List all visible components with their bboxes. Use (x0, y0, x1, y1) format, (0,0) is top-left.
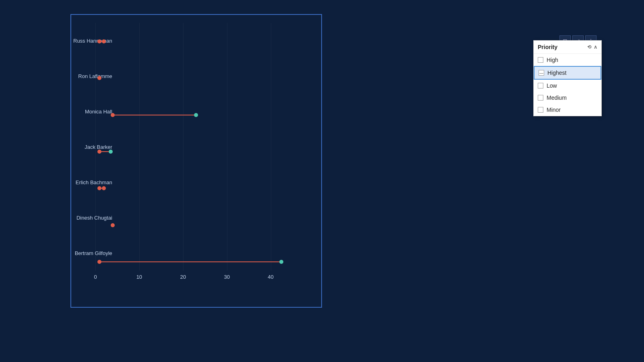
dot-row (95, 150, 313, 154)
filter-checkbox[interactable] (538, 107, 543, 113)
chart-plot (95, 23, 313, 271)
dot-start (97, 76, 101, 80)
dot-start (111, 113, 115, 117)
x-tick: 0 (94, 274, 97, 280)
range-line (113, 115, 196, 115)
filter-checkbox[interactable] (539, 70, 544, 76)
dot-start (97, 150, 101, 154)
dot-end (194, 113, 198, 117)
filter-header: Priority ⟲ ∧ (534, 41, 601, 54)
filter-label: Highest (547, 70, 566, 76)
grid-line (95, 23, 96, 271)
filter-label: Low (547, 82, 557, 89)
dot-end (109, 150, 113, 154)
grid-line (271, 23, 271, 271)
dot-start (97, 39, 101, 43)
filter-checkbox[interactable] (538, 95, 543, 101)
grid-line (183, 23, 184, 271)
filter-item-low[interactable]: Low (534, 80, 601, 92)
filter-checkbox[interactable] (538, 83, 543, 88)
dot-end (102, 186, 106, 190)
dot-end (279, 260, 283, 264)
x-tick: 10 (136, 274, 142, 280)
filter-panel: Priority ⟲ ∧ HighHighestLowMediumMinor (533, 40, 602, 116)
grid-line (227, 23, 227, 271)
filter-item-highest[interactable]: Highest (534, 66, 601, 80)
x-tick: 30 (224, 274, 229, 280)
dot-row (95, 260, 313, 264)
dot-row (95, 39, 313, 43)
x-axis: 010203040 (95, 271, 313, 287)
dot-end (102, 39, 106, 43)
filter-title: Priority (538, 44, 557, 50)
dot-row (95, 186, 313, 190)
dot-start (111, 223, 115, 227)
filter-reset-icon[interactable]: ⟲ (587, 44, 591, 50)
chart-inner: Russ HannemanRon LaflammeMonica HallJack… (95, 23, 313, 287)
filter-label: High (547, 57, 558, 63)
dot-row (95, 113, 313, 117)
filter-label: Medium (547, 95, 567, 101)
filter-item-minor[interactable]: Minor (534, 104, 601, 116)
filter-checkbox[interactable] (538, 57, 543, 63)
filter-item-medium[interactable]: Medium (534, 92, 601, 104)
x-tick: 40 (268, 274, 273, 280)
dot-row (95, 76, 313, 80)
chart-container: Russ HannemanRon LaflammeMonica HallJack… (70, 14, 322, 308)
dot-start (97, 186, 101, 190)
x-tick: 20 (180, 274, 186, 280)
filter-header-icons: ⟲ ∧ (587, 44, 597, 50)
range-line (99, 261, 281, 262)
dot-start (97, 260, 101, 264)
filter-label: Minor (547, 107, 561, 113)
dot-row (95, 223, 313, 227)
grid-line (139, 23, 140, 271)
grid-lines (95, 23, 313, 271)
filter-collapse-icon[interactable]: ∧ (594, 44, 597, 50)
filter-item-high[interactable]: High (534, 54, 601, 66)
